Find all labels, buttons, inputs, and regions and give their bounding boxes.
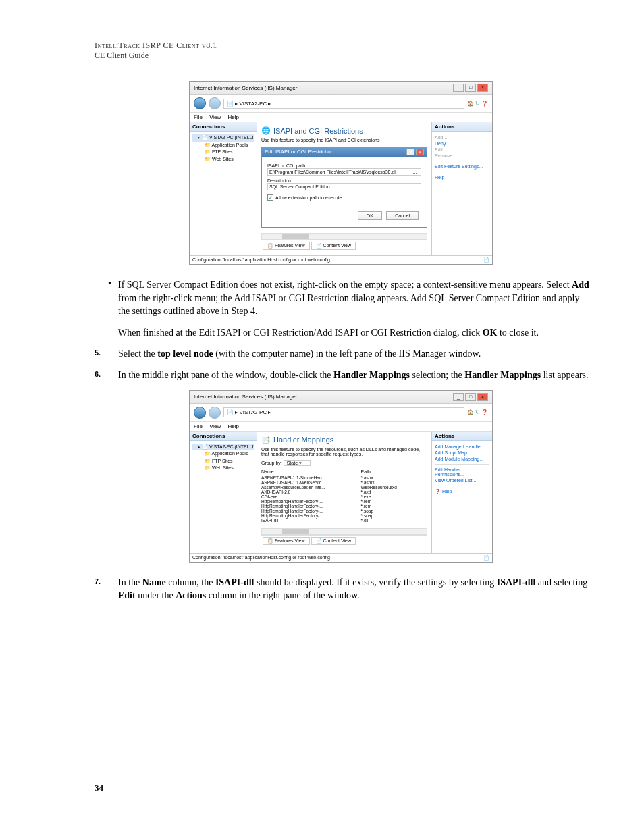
action-help[interactable]: Help: [435, 174, 489, 180]
tree-app-pools[interactable]: 📁 Application Pools: [192, 142, 254, 149]
group-by-dropdown[interactable]: State ▾: [284, 460, 311, 466]
group-by-label: Group by:: [261, 461, 282, 465]
doc-header-subtitle: CE Client Guide: [95, 51, 590, 61]
close-button[interactable]: ×: [477, 393, 488, 401]
handler-row[interactable]: ASPNET-ISAPI-1.1-WebServic...*.asmx: [261, 480, 427, 485]
status-bar: Configuration: 'localhost' applicationHo…: [192, 257, 330, 263]
action-feature-settings[interactable]: Edit Feature Settings...: [435, 163, 489, 170]
action-deny[interactable]: Deny: [435, 140, 489, 147]
action-remove[interactable]: Remove: [435, 153, 489, 159]
tree-root[interactable]: ▸ 📄 VISTA2-PC (INTELLITRACKIN: [192, 444, 254, 451]
action-edit-perms[interactable]: Edit Handler Permissions...: [435, 467, 489, 477]
step-6-text: In the middle right pane of the window, …: [118, 369, 590, 382]
path-label: ISAPI or CGI path:: [267, 163, 421, 168]
menu-view[interactable]: View: [209, 423, 221, 429]
action-add[interactable]: Add...: [435, 134, 489, 140]
breadcrumb[interactable]: 📄 ▸ VISTA2-PC ▸: [223, 407, 464, 417]
browse-button[interactable]: ...: [410, 170, 419, 174]
close-button[interactable]: ×: [477, 84, 488, 92]
menu-bar: File View Help: [190, 422, 492, 432]
action-add-script[interactable]: Add Script Map...: [435, 450, 489, 456]
action-help[interactable]: ❓ Help: [435, 488, 489, 495]
forward-button[interactable]: [209, 407, 221, 419]
desc-label: Description:: [267, 178, 421, 183]
menu-file[interactable]: File: [194, 423, 203, 429]
handler-row[interactable]: CGI-exe*.exe: [261, 494, 427, 499]
action-view-ordered[interactable]: View Ordered List...: [435, 477, 489, 484]
menu-file[interactable]: File: [194, 114, 203, 120]
minimize-button[interactable]: _: [453, 84, 464, 92]
menu-help[interactable]: Help: [228, 423, 239, 429]
handler-row[interactable]: ASPNET-ISAPI-1.1-SimpleHan...*.ashx: [261, 475, 427, 480]
back-button[interactable]: [194, 97, 206, 109]
doc-header-title: IntelliTrack ISRP CE Client v8.1: [95, 41, 590, 51]
tab-content-view[interactable]: 📄 Content View: [311, 537, 356, 545]
handler-row[interactable]: HttpRemotingHandlerFactory-...*.rem: [261, 504, 427, 509]
horizontal-scrollbar[interactable]: [261, 528, 427, 535]
tab-content-view[interactable]: 📄 Content View: [311, 242, 356, 250]
menu-help[interactable]: Help: [228, 114, 239, 120]
step-5-text: Select the top level node (with the comp…: [118, 347, 590, 361]
col-name[interactable]: Name: [261, 469, 361, 474]
tab-features-view[interactable]: 📋 Features View: [263, 242, 310, 250]
status-icon: 📄: [483, 257, 489, 263]
action-add-managed[interactable]: Add Managed Handler...: [435, 444, 489, 450]
home-icon[interactable]: 🏠: [467, 101, 474, 107]
window-title: Internet Information Services (IIS) Mana…: [194, 85, 297, 91]
content-description: Use this feature to specify the resource…: [261, 447, 427, 457]
tree-ftp-sites[interactable]: 📁 FTP Sites: [192, 458, 254, 465]
connections-header: Connections: [190, 122, 257, 132]
desc-input[interactable]: SQL Server Compact Edition: [267, 183, 421, 190]
tab-features-view[interactable]: 📋 Features View: [263, 537, 310, 545]
ok-button[interactable]: OK: [358, 211, 382, 220]
menu-bar: File View Help: [190, 113, 492, 122]
menu-view[interactable]: View: [209, 114, 221, 120]
maximize-button[interactable]: □: [465, 84, 476, 92]
path-input[interactable]: E:\Program Files\Common Files\IntelliTra…: [267, 168, 421, 176]
cancel-button[interactable]: Cancel: [386, 211, 419, 220]
action-add-module[interactable]: Add Module Mapping...: [435, 456, 489, 462]
handler-row[interactable]: AXD-ISAPI-2.0*.axd: [261, 490, 427, 494]
dialog-help-button[interactable]: ?: [406, 149, 414, 155]
step-7-number: 7.: [95, 576, 118, 602]
handler-icon: 📑: [261, 436, 271, 444]
handler-row[interactable]: ISAPI-dll*.dll: [261, 518, 427, 523]
handler-row[interactable]: AssemblyResourceLoader-Inte...WebResourc…: [261, 485, 427, 490]
step-5-number: 5.: [95, 347, 118, 361]
handler-row[interactable]: HttpRemotingHandlerFactory-...*.rem: [261, 499, 427, 504]
handler-row[interactable]: HttpRemotingHandlerFactory-...*.soap: [261, 509, 427, 513]
bullet-text-sql-server: If SQL Server Compact Edition does not e…: [118, 278, 590, 318]
step-6-number: 6.: [95, 369, 118, 382]
breadcrumb[interactable]: 📄 ▸ VISTA2-PC ▸: [223, 99, 464, 109]
horizontal-scrollbar[interactable]: [261, 233, 427, 240]
allow-label: Allow extension path to execute: [275, 195, 342, 200]
help-icon[interactable]: ❓: [481, 101, 488, 107]
status-bar: Configuration: 'localhost' applicationHo…: [192, 555, 330, 561]
refresh-icon[interactable]: ↻: [475, 101, 480, 107]
back-button[interactable]: [194, 407, 206, 419]
dialog-close-button[interactable]: ×: [416, 149, 424, 155]
tree-web-sites[interactable]: 📁 Web Sites: [192, 465, 254, 472]
home-icon[interactable]: 🏠: [467, 409, 474, 415]
edit-isapi-dialog: Edit ISAPI or CGI Restriction ? × ISAPI …: [261, 147, 427, 228]
minimize-button[interactable]: _: [453, 393, 464, 401]
content-title: 📑 Handler Mappings: [261, 436, 427, 444]
tree-app-pools[interactable]: 📁 Application Pools: [192, 450, 254, 458]
col-path[interactable]: Path: [361, 469, 427, 474]
refresh-icon[interactable]: ↻: [475, 409, 480, 415]
para-when-finished: When finished at the Edit ISAPI or CGI R…: [118, 326, 590, 340]
connections-header: Connections: [190, 432, 257, 441]
tree-ftp-sites[interactable]: 📁 FTP Sites: [192, 149, 254, 156]
handler-row[interactable]: HttpRemotingHandlerFactory-...*.soap: [261, 513, 427, 518]
dialog-title: Edit ISAPI or CGI Restriction: [265, 149, 333, 155]
bullet-icon: •: [108, 278, 118, 318]
action-edit[interactable]: Edit...: [435, 147, 489, 153]
tree-web-sites[interactable]: 📁 Web Sites: [192, 156, 254, 163]
page-number: 34: [95, 783, 103, 793]
help-icon[interactable]: ❓: [481, 409, 488, 415]
content-description: Use this feature to specify the ISAPI an…: [261, 138, 427, 142]
forward-button[interactable]: [209, 97, 221, 109]
tree-root[interactable]: ▸ 📄 VISTA2-PC (INTELLITRACKIN: [192, 134, 254, 142]
maximize-button[interactable]: □: [465, 393, 476, 401]
allow-checkbox[interactable]: ✓: [267, 194, 273, 201]
